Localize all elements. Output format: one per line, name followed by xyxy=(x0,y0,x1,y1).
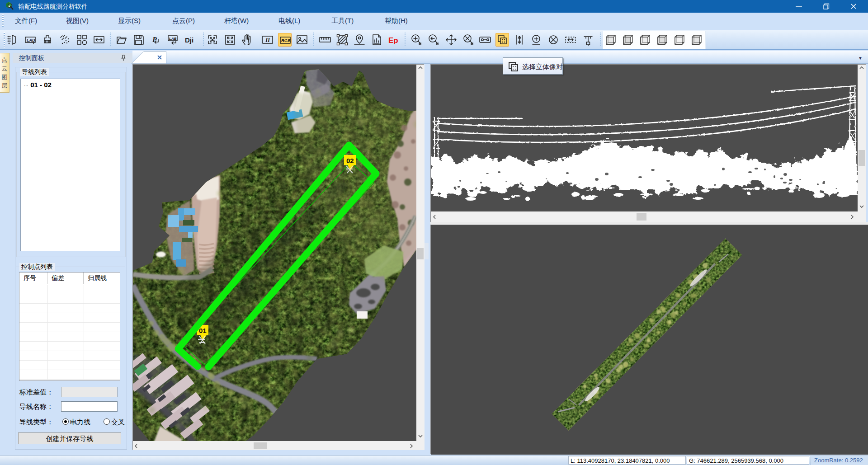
svg-text:LAB: LAB xyxy=(169,37,177,41)
svg-text:LAB: LAB xyxy=(27,38,35,42)
svg-text:Dji: Dji xyxy=(185,36,193,44)
svg-text:H: H xyxy=(265,37,270,43)
svg-text:02: 02 xyxy=(346,157,354,164)
svg-text:Ep: Ep xyxy=(388,36,398,45)
svg-text:RGB: RGB xyxy=(281,38,291,43)
